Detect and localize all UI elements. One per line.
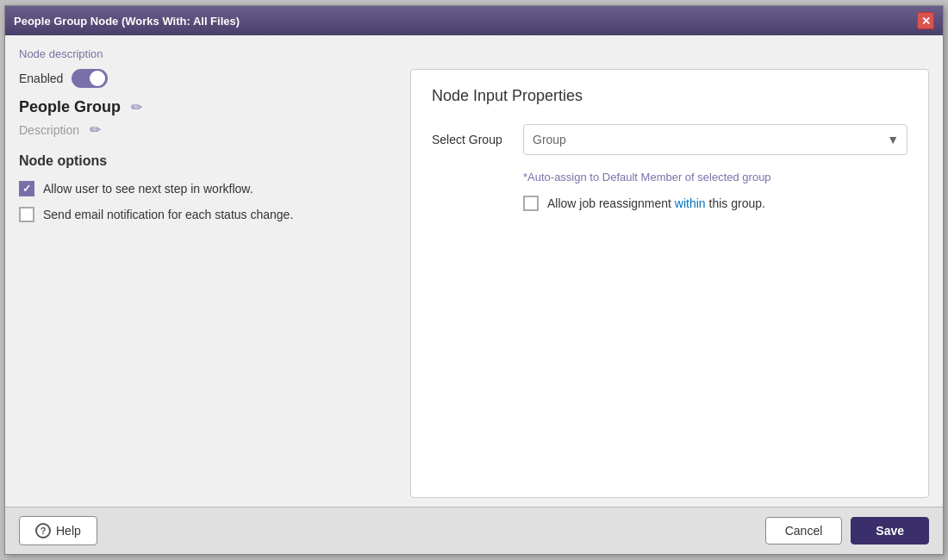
group-dropdown-wrapper: Group ▼ xyxy=(523,124,907,155)
help-button[interactable]: ? Help xyxy=(19,516,97,545)
select-group-row: Select Group Group ▼ xyxy=(432,124,907,155)
auto-assign-note: *Auto-assign to Default Member of select… xyxy=(523,171,907,184)
node-name: People Group xyxy=(19,98,121,116)
enabled-toggle[interactable] xyxy=(72,69,108,88)
right-panel: Node Input Properties Select Group Group… xyxy=(410,69,929,498)
checkmark-icon: ✓ xyxy=(22,183,31,195)
dialog-title: People Group Node (Works With: All Files… xyxy=(14,15,240,28)
enabled-label: Enabled xyxy=(19,72,63,85)
edit-name-icon[interactable]: ✏ xyxy=(131,99,142,115)
footer-right: Cancel Save xyxy=(765,517,929,544)
left-panel: Enabled People Group ✏ Description ✏ Nod… xyxy=(19,69,398,498)
checkbox-next-step[interactable]: ✓ xyxy=(19,181,34,196)
checkbox-next-step-row: ✓ Allow user to see next step in workflo… xyxy=(19,181,398,196)
reassignment-label: Allow job reassignment within this group… xyxy=(547,196,765,210)
input-props-title: Node Input Properties xyxy=(432,87,907,105)
checkbox-next-step-label: Allow user to see next step in workflow. xyxy=(43,182,253,196)
save-button[interactable]: Save xyxy=(851,517,929,544)
main-content: Enabled People Group ✏ Description ✏ Nod… xyxy=(19,69,929,498)
checkbox-email[interactable] xyxy=(19,207,34,222)
enabled-row: Enabled xyxy=(19,69,398,88)
checkbox-email-row: Send email notification for each status … xyxy=(19,207,398,222)
name-row: People Group ✏ xyxy=(19,98,398,116)
close-icon: ✕ xyxy=(921,15,931,28)
node-description-label: Node description xyxy=(19,47,929,60)
dialog: People Group Node (Works With: All Files… xyxy=(4,5,944,555)
checkbox-reassignment[interactable] xyxy=(523,196,539,211)
description-placeholder: Description xyxy=(19,123,79,137)
node-options-heading: Node options xyxy=(19,153,398,169)
help-icon: ? xyxy=(35,523,51,538)
dialog-body: Node description Enabled People Group ✏ … xyxy=(5,35,943,507)
help-label: Help xyxy=(56,524,81,538)
cancel-button[interactable]: Cancel xyxy=(765,517,843,544)
reassignment-row: Allow job reassignment within this group… xyxy=(523,196,907,211)
edit-description-icon[interactable]: ✏ xyxy=(90,121,101,138)
close-button[interactable]: ✕ xyxy=(917,12,934,29)
select-group-label: Select Group xyxy=(432,133,509,146)
description-row: Description ✏ xyxy=(19,121,398,138)
checkbox-email-label: Send email notification for each status … xyxy=(43,208,293,221)
title-bar: People Group Node (Works With: All Files… xyxy=(5,6,943,35)
dialog-footer: ? Help Cancel Save xyxy=(5,507,943,554)
group-dropdown[interactable]: Group xyxy=(523,124,907,155)
